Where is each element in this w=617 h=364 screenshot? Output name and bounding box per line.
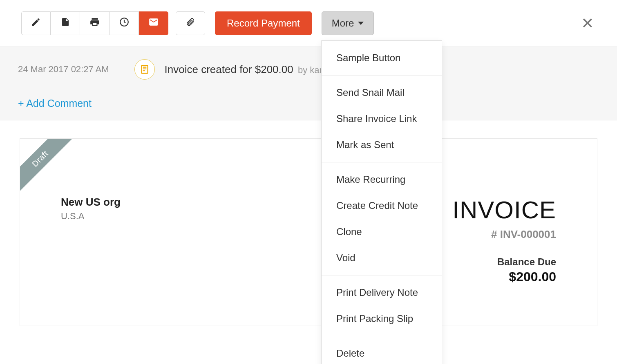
record-payment-button[interactable]: Record Payment [215, 11, 312, 35]
activity-amount: $200.00 [255, 63, 293, 75]
toolbar-button-group [21, 11, 168, 35]
activity-panel: 24 Mar 2017 02:27 AM Invoice created for… [0, 47, 617, 120]
pdf-icon [60, 17, 70, 29]
status-ribbon: Draft [20, 138, 79, 198]
invoice-title: INVOICE [452, 196, 556, 224]
record-payment-label: Record Payment [227, 18, 300, 29]
print-button[interactable] [80, 11, 110, 35]
balance-due-value: $200.00 [452, 269, 556, 284]
more-label: More [332, 18, 354, 29]
dropdown-item-share-invoice-link[interactable]: Share Invoice Link [322, 106, 442, 132]
dropdown-item-print-delivery-note[interactable]: Print Delivery Note [322, 280, 442, 306]
chevron-down-icon [358, 22, 364, 25]
edit-button[interactable] [21, 11, 51, 35]
dropdown-item-delete[interactable]: Delete [322, 340, 442, 364]
balance-due-label: Balance Due [452, 256, 556, 268]
dropdown-item-void[interactable]: Void [322, 245, 442, 271]
activity-type-icon [134, 59, 155, 80]
dropdown-item-mark-as-sent[interactable]: Mark as Sent [322, 132, 442, 158]
dropdown-item-create-credit-note[interactable]: Create Credit Note [322, 193, 442, 219]
history-button[interactable] [110, 11, 139, 35]
attachment-button[interactable] [176, 11, 205, 35]
mail-icon [148, 17, 159, 30]
more-button[interactable]: More [322, 11, 374, 35]
invoice-area: Draft New US org U.S.A INVOICE # INV-000… [0, 120, 617, 344]
dropdown-item-make-recurring[interactable]: Make Recurring [322, 166, 442, 193]
dropdown-item-send-snail-mail[interactable]: Send Snail Mail [322, 80, 442, 106]
print-icon [89, 17, 100, 30]
close-button[interactable]: ✕ [581, 16, 594, 31]
dropdown-item-sample-button[interactable]: Sample Button [322, 45, 442, 71]
email-button[interactable] [139, 11, 168, 35]
dropdown-item-print-packing-slip[interactable]: Print Packing Slip [322, 306, 442, 332]
more-dropdown: Sample Button Send Snail Mail Share Invo… [321, 40, 442, 364]
activity-row: 24 Mar 2017 02:27 AM Invoice created for… [18, 59, 599, 80]
pencil-icon [31, 17, 41, 29]
activity-date: 24 Mar 2017 02:27 AM [18, 64, 109, 75]
toolbar: Record Payment More ✕ [0, 0, 617, 47]
activity-text: Invoice created for $200.00 by karthi [165, 63, 332, 76]
invoice-number: # INV-000001 [452, 228, 556, 241]
invoice-summary: INVOICE # INV-000001 Balance Due $200.00 [452, 196, 556, 284]
paperclip-icon [186, 17, 195, 30]
clock-icon [119, 17, 130, 30]
dropdown-item-clone[interactable]: Clone [322, 219, 442, 245]
activity-text-prefix: Invoice created for [165, 63, 255, 75]
add-comment-link[interactable]: + Add Comment [18, 98, 599, 109]
invoice-paper: Draft New US org U.S.A INVOICE # INV-000… [20, 138, 597, 326]
close-icon: ✕ [581, 15, 594, 32]
pdf-button[interactable] [51, 11, 80, 35]
